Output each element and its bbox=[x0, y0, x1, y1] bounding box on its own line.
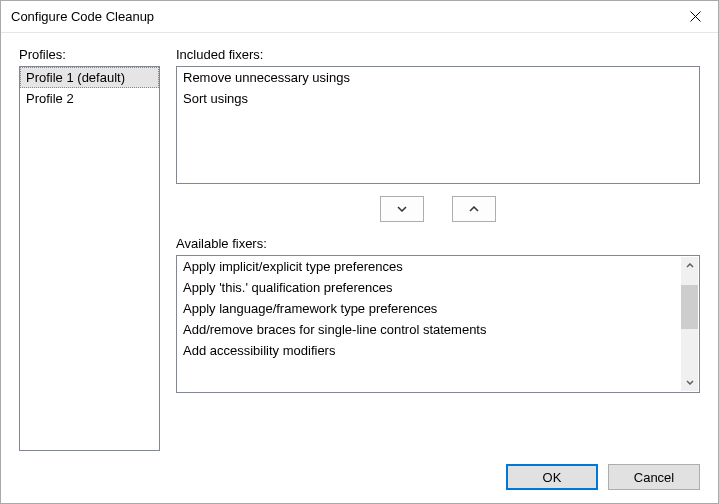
included-fixers-listbox[interactable]: Remove unnecessary usings Sort usings bbox=[176, 66, 700, 184]
included-fixer-item[interactable]: Remove unnecessary usings bbox=[177, 67, 699, 88]
move-buttons-row bbox=[176, 184, 700, 236]
scroll-up-button[interactable] bbox=[681, 257, 698, 274]
available-fixer-item[interactable]: Add/remove braces for single-line contro… bbox=[177, 319, 681, 340]
included-fixer-item[interactable]: Sort usings bbox=[177, 88, 699, 109]
dialog-footer: OK Cancel bbox=[1, 451, 718, 503]
chevron-up-icon bbox=[469, 206, 479, 212]
cancel-button[interactable]: Cancel bbox=[608, 464, 700, 490]
window-title: Configure Code Cleanup bbox=[11, 9, 154, 24]
titlebar: Configure Code Cleanup bbox=[1, 1, 718, 33]
available-label: Available fixers: bbox=[176, 236, 700, 251]
scroll-thumb[interactable] bbox=[681, 285, 698, 329]
available-fixer-item[interactable]: Apply implicit/explicit type preferences bbox=[177, 256, 681, 277]
scrollbar[interactable] bbox=[681, 257, 698, 391]
close-button[interactable] bbox=[672, 1, 718, 33]
dialog-content: Profiles: Profile 1 (default) Profile 2 … bbox=[1, 33, 718, 451]
dialog-window: Configure Code Cleanup Profiles: Profile… bbox=[0, 0, 719, 504]
move-down-button[interactable] bbox=[380, 196, 424, 222]
chevron-down-icon bbox=[686, 380, 694, 385]
available-fixer-item[interactable]: Add accessibility modifiers bbox=[177, 340, 681, 361]
available-fixers-listbox[interactable]: Apply implicit/explicit type preferences… bbox=[176, 255, 700, 393]
included-label: Included fixers: bbox=[176, 47, 700, 62]
close-icon bbox=[690, 11, 701, 22]
profiles-listbox[interactable]: Profile 1 (default) Profile 2 bbox=[19, 66, 160, 451]
move-up-button[interactable] bbox=[452, 196, 496, 222]
chevron-down-icon bbox=[397, 206, 407, 212]
chevron-up-icon bbox=[686, 263, 694, 268]
profiles-label: Profiles: bbox=[19, 47, 160, 62]
profile-item[interactable]: Profile 1 (default) bbox=[20, 67, 159, 88]
available-fixer-item[interactable]: Apply 'this.' qualification preferences bbox=[177, 277, 681, 298]
scroll-down-button[interactable] bbox=[681, 374, 698, 391]
ok-button[interactable]: OK bbox=[506, 464, 598, 490]
profiles-column: Profiles: Profile 1 (default) Profile 2 bbox=[19, 47, 160, 451]
fixers-column: Included fixers: Remove unnecessary usin… bbox=[176, 47, 700, 451]
profile-item[interactable]: Profile 2 bbox=[20, 88, 159, 109]
available-fixer-item[interactable]: Apply language/framework type preference… bbox=[177, 298, 681, 319]
